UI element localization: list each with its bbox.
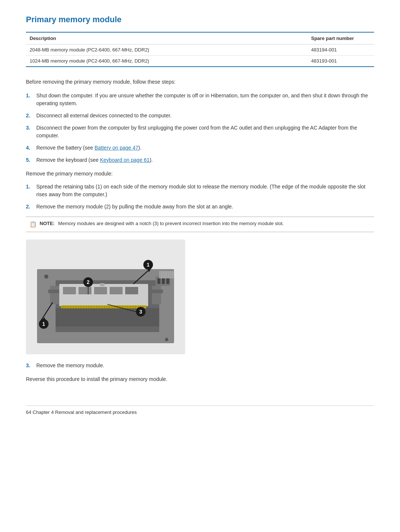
svg-point-63 [165, 338, 169, 341]
svg-rect-11 [48, 290, 59, 293]
list-item: 1. Spread the retaining tabs (1) on each… [26, 183, 374, 198]
step-text-with-link: Remove the keyboard (see Keyboard on pag… [36, 156, 374, 164]
list-item: 3. Disconnect the power from the compute… [26, 124, 374, 140]
remove-intro: Remove the primary memory module: [26, 170, 374, 178]
table-header-spare-part: Spare part number [307, 32, 374, 44]
step-text: Remove the memory module (2) by pulling … [36, 203, 374, 211]
remove-steps-list: 1. Spread the retaining tabs (1) on each… [26, 183, 374, 211]
list-item: 2. Disconnect all external devices conne… [26, 112, 374, 120]
note-label: NOTE: [40, 221, 54, 226]
keyboard-link[interactable]: Keyboard on page 61 [100, 157, 150, 163]
svg-rect-9 [100, 283, 104, 286]
intro-text: Before removing the primary memory modul… [26, 78, 374, 86]
step-number: 3. [26, 362, 36, 369]
list-item: 4. Remove the battery (see Battery on pa… [26, 144, 374, 152]
svg-text:2: 2 [87, 279, 90, 285]
svg-rect-4 [63, 287, 76, 294]
step-number: 1. [26, 183, 36, 191]
svg-rect-15 [61, 305, 146, 308]
step-text: Remove the memory module. [36, 362, 374, 369]
list-item: 3. Remove the memory module. [26, 362, 374, 369]
svg-rect-12 [152, 286, 161, 304]
svg-rect-65 [157, 278, 160, 284]
step-number: 2. [26, 112, 36, 120]
svg-text:1: 1 [147, 262, 150, 268]
svg-rect-66 [162, 278, 165, 284]
step-number: 3. [26, 124, 36, 132]
note-icon: 📋 [30, 220, 37, 229]
final-steps-list: 3. Remove the memory module. [26, 362, 374, 369]
table-cell-description: 2048-MB memory module (PC2-6400, 667-MHz… [26, 44, 307, 56]
svg-rect-8 [125, 287, 138, 294]
closing-text: Reverse this procedure to install the pr… [26, 375, 374, 383]
page-title: Primary memory module [26, 15, 374, 24]
battery-link[interactable]: Battery on page 47 [94, 145, 138, 151]
parts-table: Description Spare part number 2048-MB me… [26, 32, 374, 67]
step-text-after: ). [139, 145, 142, 151]
svg-rect-6 [94, 287, 107, 294]
table-cell-description: 1024-MB memory module (PC2-6400, 667-MHz… [26, 56, 307, 67]
table-cell-spare-part: 483193-001 [307, 56, 374, 67]
svg-rect-7 [110, 287, 123, 294]
page-footer: 64 Chapter 4 Removal and replacement pro… [26, 405, 374, 415]
svg-rect-10 [50, 286, 59, 304]
svg-point-62 [44, 274, 49, 279]
step-number: 4. [26, 144, 36, 152]
diagram-container: 1 2 3 1 [26, 240, 374, 354]
step-number: 5. [26, 156, 36, 164]
table-header-description: Description [26, 32, 307, 44]
step-number: 2. [26, 203, 36, 211]
svg-text:3: 3 [139, 309, 142, 315]
list-item: 1. Shut down the computer. If you are un… [26, 92, 374, 107]
svg-text:1: 1 [42, 321, 45, 327]
step-text-after: ). [150, 157, 153, 163]
steps-list: 1. Shut down the computer. If you are un… [26, 92, 374, 164]
table-row: 1024-MB memory module (PC2-6400, 667-MHz… [26, 56, 374, 67]
step-text: Disconnect all external devices connecte… [36, 112, 374, 120]
note-box: 📋 NOTE: Memory modules are designed with… [26, 217, 374, 232]
step-text: Spread the retaining tabs (1) on each si… [36, 183, 374, 198]
step-text-before: Remove the keyboard (see [36, 157, 100, 163]
table-cell-spare-part: 483194-001 [307, 44, 374, 56]
list-item: 2. Remove the memory module (2) by pulli… [26, 203, 374, 211]
note-content: NOTE: Memory modules are designed with a… [40, 220, 284, 227]
step-text: Shut down the computer. If you are unsur… [36, 92, 374, 107]
svg-rect-67 [166, 278, 169, 284]
memory-module-diagram: 1 2 3 1 [26, 240, 185, 354]
step-text: Disconnect the power from the computer b… [36, 124, 374, 140]
svg-rect-13 [152, 290, 163, 293]
table-row: 2048-MB memory module (PC2-6400, 667-MHz… [26, 44, 374, 56]
step-text-before: Remove the battery (see [36, 145, 94, 151]
list-item: 5. Remove the keyboard (see Keyboard on … [26, 156, 374, 164]
svg-rect-68 [159, 271, 174, 278]
step-number: 1. [26, 92, 36, 100]
step-text-with-link: Remove the battery (see Battery on page … [36, 144, 374, 152]
footer-text: 64 Chapter 4 Removal and replacement pro… [26, 409, 374, 415]
note-text: Memory modules are designed with a notch… [58, 221, 284, 226]
svg-rect-5 [79, 287, 91, 294]
